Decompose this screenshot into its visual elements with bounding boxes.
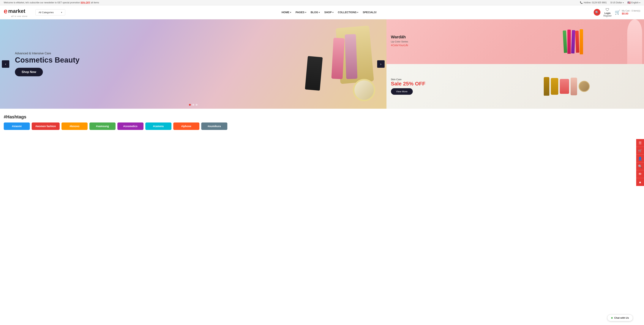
top-bar-right: 📞 Hotline: 0129 925 9901 $ US Dollar 🇺🇸 … bbox=[580, 1, 640, 4]
login-link[interactable]: Login bbox=[604, 12, 611, 14]
top-bar-welcome: Welcome to eMarket, let's subscribe our … bbox=[4, 1, 99, 4]
logo-sub: all in one store bbox=[11, 15, 28, 17]
banner-wardah-hashtag: #ColorYourLife bbox=[391, 44, 640, 47]
nav-specials[interactable]: SPECIALS! bbox=[361, 9, 379, 15]
top-bar: Welcome to eMarket, let's subscribe our … bbox=[0, 0, 644, 5]
language-label: English bbox=[631, 1, 638, 4]
cart-icon: 🛒 bbox=[615, 10, 620, 15]
register-link[interactable]: Register bbox=[604, 14, 612, 17]
logo[interactable]: emarket all in one store bbox=[4, 7, 32, 17]
slider-prev-button[interactable]: ‹ bbox=[2, 60, 9, 68]
hero-slider: Advanced & Intensive Care Cosmetics Beau… bbox=[0, 19, 386, 109]
hashtag-oumikura[interactable]: #oumikura bbox=[201, 122, 227, 130]
hashtag-iphone[interactable]: #iphone bbox=[173, 122, 200, 130]
hashtag-lenovo[interactable]: #lenovo bbox=[62, 122, 88, 130]
slider-next-button[interactable]: › bbox=[377, 60, 384, 68]
banner-wardah-sub: Lip Color Series bbox=[391, 40, 640, 43]
cart-price: $0.00 bbox=[622, 12, 640, 15]
hashtag-cosmetics[interactable]: #cosmetics bbox=[118, 122, 144, 130]
hashtags-section: #Hashtags #xiaomi #women fashion #lenovo… bbox=[0, 109, 644, 134]
banner-wardah: Wardāh Lip Color Series #ColorYourLife bbox=[386, 19, 644, 64]
hero-content: Advanced & Intensive Care Cosmetics Beau… bbox=[15, 52, 80, 76]
currency-selector[interactable]: $ US Dollar bbox=[610, 1, 624, 4]
nav-collections[interactable]: COLLECTIONS bbox=[336, 9, 360, 15]
banner-skincare-sale: Sale 25% OFF bbox=[391, 81, 640, 87]
cart-label: My Cart - 0 item(s) bbox=[622, 9, 640, 12]
dot-1[interactable] bbox=[189, 104, 191, 106]
hashtag-camera[interactable]: #camera bbox=[145, 122, 172, 130]
logo-market: market bbox=[8, 8, 25, 14]
dot-3[interactable] bbox=[196, 104, 198, 106]
banner-skincare: Skin Care Sale 25% OFF View More bbox=[386, 64, 644, 109]
welcome-text: Welcome to eMarket, let's subscribe our … bbox=[4, 1, 81, 4]
account-section[interactable]: 🛡 Login Register bbox=[604, 8, 612, 17]
main-content: Advanced & Intensive Care Cosmetics Beau… bbox=[0, 19, 644, 109]
all-categories-label: All Categories bbox=[38, 11, 54, 14]
nav-pages[interactable]: PAGES bbox=[294, 9, 308, 15]
flag-icon: 🇺🇸 bbox=[628, 1, 630, 4]
nav-home[interactable]: HOME bbox=[280, 9, 293, 15]
banner-top-content: Wardāh Lip Color Series #ColorYourLife bbox=[391, 35, 640, 49]
view-more-button[interactable]: View More bbox=[391, 88, 413, 95]
logo-top: emarket bbox=[4, 7, 25, 15]
hero-title: Cosmetics Beauty bbox=[15, 56, 80, 64]
right-banners: Wardāh Lip Color Series #ColorYourLife S… bbox=[386, 19, 644, 109]
cart-section[interactable]: 🛒 My Cart - 0 item(s) $0.00 bbox=[615, 9, 640, 15]
header: emarket all in one store All Categories … bbox=[0, 5, 644, 19]
logo-e: e bbox=[4, 7, 8, 15]
hashtag-xiaomi[interactable]: #xiaomi bbox=[4, 122, 30, 130]
language-selector[interactable]: 🇺🇸 English bbox=[628, 1, 640, 4]
header-actions: 🔍 🛡 Login Register 🛒 My Cart - 0 item(s)… bbox=[594, 8, 640, 17]
search-button[interactable]: 🔍 bbox=[594, 9, 600, 16]
product-compact bbox=[353, 79, 375, 101]
hashtag-women-fashion[interactable]: #women fashion bbox=[32, 122, 60, 130]
phone-icon: 📞 bbox=[580, 1, 583, 4]
hashtag-samsung[interactable]: #samsung bbox=[90, 122, 116, 130]
product-lipstick-2 bbox=[344, 34, 357, 79]
main-nav: HOME PAGES BLOG SHOP COLLECTIONS SPECIAL… bbox=[69, 9, 590, 15]
user-icon: 🛡 bbox=[606, 8, 609, 12]
nav-shop[interactable]: SHOP bbox=[322, 9, 335, 15]
hashtags-title: #Hashtags bbox=[4, 114, 640, 119]
hashtags-grid: #xiaomi #women fashion #lenovo #samsung … bbox=[4, 122, 640, 130]
all-items-text: all items bbox=[90, 1, 99, 4]
dot-2[interactable] bbox=[192, 104, 194, 106]
banner-bottom-content: Skin Care Sale 25% OFF View More bbox=[391, 78, 640, 95]
hotline: 📞 Hotline: 0129 925 9901 bbox=[580, 1, 607, 4]
all-categories-dropdown[interactable]: All Categories bbox=[36, 9, 65, 15]
search-icon: 🔍 bbox=[595, 10, 599, 14]
shop-now-button[interactable]: Shop Now bbox=[15, 68, 43, 76]
nav-blog[interactable]: BLOG bbox=[309, 9, 322, 15]
cart-info: My Cart - 0 item(s) $0.00 bbox=[622, 9, 640, 15]
banner-wardah-title: Wardāh bbox=[391, 35, 640, 39]
off-text: 50% OFF bbox=[81, 1, 90, 4]
slider-dots bbox=[189, 104, 198, 106]
product-lipstick-1 bbox=[331, 38, 344, 79]
hero-subtitle: Advanced & Intensive Care bbox=[15, 52, 80, 55]
banner-skincare-label: Skin Care bbox=[391, 78, 640, 81]
currency-label: $ US Dollar bbox=[610, 1, 622, 4]
hotline-label: Hotline: 0129 925 9901 bbox=[584, 1, 607, 4]
product-mascara bbox=[305, 56, 322, 91]
